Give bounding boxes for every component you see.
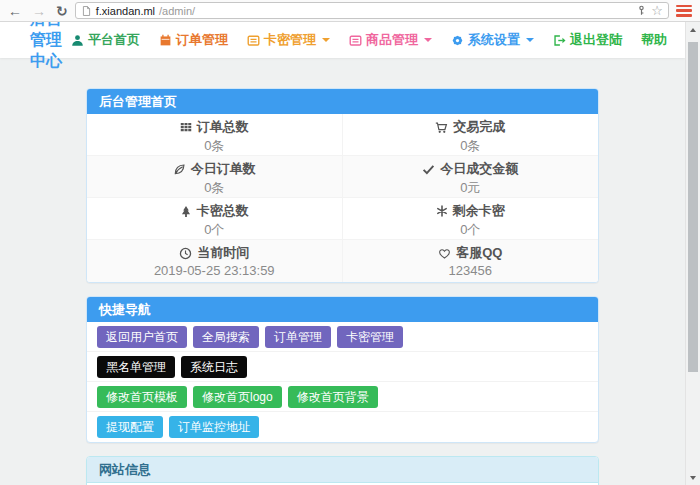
quick-nav-row-cyan: 提现配置 订单监控地址 xyxy=(87,412,598,442)
brand-title: 后台管理中心 xyxy=(30,22,71,72)
scroll-down-button[interactable] xyxy=(686,470,700,485)
scrollbar-thumb[interactable] xyxy=(688,42,698,372)
gear-icon xyxy=(451,34,464,47)
browser-toolbar: ← → ↻ f.xiandan.ml/admin/ ☆ xyxy=(0,0,700,22)
address-bar[interactable]: f.xiandan.ml/admin/ ☆ xyxy=(75,2,669,19)
nav-item-card-management[interactable]: 卡密管理 xyxy=(247,31,330,49)
quick-nav-panel-title: 快捷导航 xyxy=(87,297,598,322)
forward-icon[interactable]: → xyxy=(29,4,49,18)
user-home-button[interactable]: 返回用户首页 xyxy=(97,326,187,348)
arrow-up-icon xyxy=(690,28,696,32)
card-management-button[interactable]: 卡密管理 xyxy=(337,326,403,348)
admin-navbar: 后台管理中心 平台首页 订单管理 卡密管理 xyxy=(0,22,685,58)
scroll-up-button[interactable] xyxy=(686,22,700,37)
stat-today-amount: 今日成交金额 0元 xyxy=(343,156,599,198)
chevron-down-icon xyxy=(424,38,432,42)
url-path: /admin/ xyxy=(159,5,195,17)
dashboard-panel: 后台管理首页 订单总数 0条 交易完成 0条 今日订单数 0条 今日成交金额 0… xyxy=(86,88,599,283)
clock-icon xyxy=(179,247,192,260)
url-host: f.xiandan.ml xyxy=(96,5,155,17)
check-icon xyxy=(422,163,435,176)
blacklist-management-button[interactable]: 黑名单管理 xyxy=(97,356,175,378)
site-info-panel: 网站信息 xyxy=(86,456,599,485)
user-icon xyxy=(71,34,84,47)
global-search-button[interactable]: 全局搜索 xyxy=(193,326,259,348)
stat-current-time: 当前时间 2019-05-25 23:13:59 xyxy=(87,240,343,282)
leaf-icon xyxy=(173,163,186,176)
order-management-button[interactable]: 订单管理 xyxy=(265,326,331,348)
quick-nav-row-black: 黑名单管理 系统日志 xyxy=(87,352,598,382)
stats-table: 订单总数 0条 交易完成 0条 今日订单数 0条 今日成交金额 0元 卡密总数 xyxy=(87,114,598,282)
vertical-scrollbar xyxy=(685,22,700,485)
browser-menu-icon[interactable] xyxy=(676,5,692,17)
reload-icon[interactable]: ↻ xyxy=(53,4,71,18)
nav-item-product-management[interactable]: 商品管理 xyxy=(349,31,432,49)
arrow-down-icon xyxy=(690,476,696,480)
stat-completed-trades: 交易完成 0条 xyxy=(343,114,599,156)
card-list-icon xyxy=(247,34,260,47)
nav-item-logout[interactable]: 退出登陆 xyxy=(553,31,622,49)
main-navigation: 平台首页 订单管理 卡密管理 商品管理 xyxy=(71,31,667,49)
quick-nav-panel: 快捷导航 返回用户首页 全局搜索 订单管理 卡密管理 黑名单管理 系统日志 修改… xyxy=(86,296,599,443)
stat-today-orders: 今日订单数 0条 xyxy=(87,156,343,198)
card-list-icon xyxy=(349,34,362,47)
stat-service-qq: 客服QQ 123456 xyxy=(343,240,599,282)
bookmark-star-icon[interactable]: ☆ xyxy=(651,4,663,17)
content-container: 后台管理首页 订单总数 0条 交易完成 0条 今日订单数 0条 今日成交金额 0… xyxy=(86,88,599,485)
grid-icon xyxy=(180,121,192,133)
back-icon[interactable]: ← xyxy=(5,4,25,18)
order-monitor-url-button[interactable]: 订单监控地址 xyxy=(169,416,259,438)
nav-item-system-settings[interactable]: 系统设置 xyxy=(451,31,534,49)
withdraw-config-button[interactable]: 提现配置 xyxy=(97,416,163,438)
edit-home-background-button[interactable]: 修改首页背景 xyxy=(288,386,378,408)
system-log-button[interactable]: 系统日志 xyxy=(181,356,247,378)
asterisk-icon xyxy=(436,205,448,217)
nav-item-help[interactable]: 帮助 xyxy=(641,31,667,49)
stat-total-orders: 订单总数 0条 xyxy=(87,114,343,156)
page-viewport: 后台管理中心 平台首页 订单管理 卡密管理 xyxy=(0,22,685,485)
sign-out-icon xyxy=(553,34,566,47)
cart-icon xyxy=(435,121,448,134)
tree-icon xyxy=(180,205,192,218)
stat-remaining-cards: 剩余卡密 0个 xyxy=(343,198,599,240)
edit-home-template-button[interactable]: 修改首页模板 xyxy=(97,386,187,408)
chevron-down-icon xyxy=(322,38,330,42)
nav-item-order-management[interactable]: 订单管理 xyxy=(159,31,228,49)
dashboard-panel-title: 后台管理首页 xyxy=(87,89,598,114)
calendar-icon xyxy=(159,34,172,47)
nav-item-platform-home[interactable]: 平台首页 xyxy=(71,31,140,49)
quick-nav-row-green: 修改首页模板 修改首页logo 修改首页背景 xyxy=(87,382,598,412)
quick-nav-row-purple: 返回用户首页 全局搜索 订单管理 卡密管理 xyxy=(87,322,598,352)
page-document-icon xyxy=(81,5,92,17)
heart-icon xyxy=(438,247,451,260)
site-info-panel-title: 网站信息 xyxy=(87,457,598,483)
edit-home-logo-button[interactable]: 修改首页logo xyxy=(193,386,282,408)
chevron-down-icon xyxy=(526,38,534,42)
stat-total-cards: 卡密总数 0个 xyxy=(87,198,343,240)
key-icon[interactable] xyxy=(636,4,647,17)
